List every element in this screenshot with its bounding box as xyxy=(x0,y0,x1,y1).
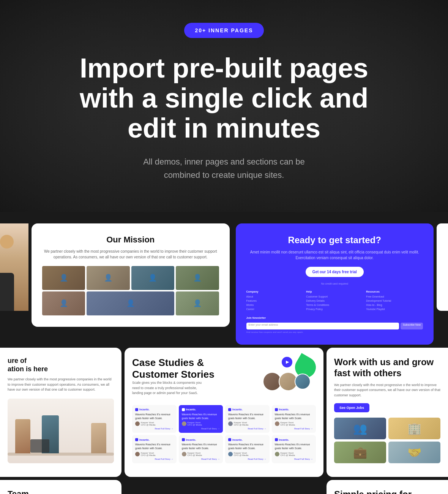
testimonials-grid: Incanto. Waverio Reaches It's revenue go… xyxy=(132,405,316,463)
mission-text: We partner closely with the most progres… xyxy=(42,249,219,260)
brand-name-6: Incanto. xyxy=(186,439,196,441)
work-photos-grid: 👥 🏢 💼 🤝 xyxy=(334,418,440,463)
testimonial-1: Incanto. Waverio Reaches It's revenue go… xyxy=(132,405,177,433)
work-photo-1-icon: 👥 xyxy=(334,418,386,439)
photo-6 xyxy=(87,291,174,315)
card-peek-right xyxy=(437,223,448,311)
era-title: ure ofation is here xyxy=(8,357,114,373)
brand-6: Incanto. xyxy=(182,438,220,441)
read-full-2[interactable]: Read Full Story → xyxy=(182,428,220,430)
photo-5 xyxy=(42,291,85,315)
case-studies-decoration: ▶ xyxy=(263,357,316,391)
author-avatar-7 xyxy=(228,452,233,456)
footer-help: Help Customer Support Delivery Details T… xyxy=(306,290,363,310)
footer-youtube: Youtube Playlist xyxy=(366,308,423,310)
mission-title: Our Mission xyxy=(42,235,219,245)
testimonial-text-2: Waverio Reaches It's revenue goals faste… xyxy=(182,413,220,420)
cards-row-3: Team Our team will take the time to trul… xyxy=(0,477,448,494)
brand-name-7: Incanto. xyxy=(232,439,243,441)
read-full-4[interactable]: Read Full Story → xyxy=(275,428,313,430)
testimonial-6: Incanto. Waverio Reaches It's revenue go… xyxy=(179,435,223,463)
brand-5: Incanto. xyxy=(135,438,174,441)
work-photo-1: 👥 xyxy=(334,418,386,439)
photo-4 xyxy=(176,266,219,290)
footer-customer-support: Customer Support xyxy=(306,295,363,298)
footer-company: Company About Features Works Career xyxy=(246,290,303,310)
read-full-5[interactable]: Read Full Story → xyxy=(135,458,174,460)
author-avatar-3 xyxy=(228,421,233,426)
brand-2: Incanto. xyxy=(182,408,220,411)
work-title: Work with us and grow fast with others xyxy=(334,357,440,379)
era-image xyxy=(8,399,114,463)
author-info-8: Kasper VoortCFO @ Media xyxy=(281,452,295,456)
author-7: Kasper VoortCFO @ Media xyxy=(228,452,267,456)
work-photo-2: 🏢 xyxy=(388,418,440,439)
ready-text: Amet minim mollit non deserunt ullamco e… xyxy=(246,249,423,261)
author-info-4: Kasper VoortCFO @ Media xyxy=(281,421,295,426)
testimonial-5: Incanto. Waverio Reaches It's revenue go… xyxy=(132,435,177,463)
footer-about: About xyxy=(246,295,303,298)
brand-dot-8 xyxy=(275,438,278,441)
brand-dot-5 xyxy=(135,438,138,441)
read-full-8[interactable]: Read Full Story → xyxy=(275,458,313,460)
mission-card: Our Mission We partner closely with the … xyxy=(32,223,230,327)
footer-works: Works xyxy=(246,304,303,306)
author-6: Kasper VoortCFO @ Media xyxy=(182,452,220,456)
brand-dot-6 xyxy=(182,438,185,441)
pricing-card: Simple pricing for companies at any scal… xyxy=(327,480,448,494)
case-studies-card: Case Studies & Customer Stories Scale gi… xyxy=(125,348,323,477)
no-credit-text: No credit card required xyxy=(246,282,423,285)
work-photo-2-icon: 🏢 xyxy=(388,418,440,439)
brand-name-8: Incanto. xyxy=(279,439,289,441)
testimonial-2: Incanto. Waverio Reaches It's revenue go… xyxy=(179,405,223,433)
footer-links: Company About Features Works Career Help… xyxy=(246,290,423,310)
read-full-3[interactable]: Read Full Story → xyxy=(228,428,267,430)
brand-3: Incanto. xyxy=(228,408,267,411)
author-info-5: Kasper VoortCFO @ Media xyxy=(141,452,155,456)
author-8: Kasper VoortCFO @ Media xyxy=(275,452,313,456)
laptop-decoration xyxy=(30,439,49,453)
photo-7 xyxy=(176,291,219,315)
team-title: Team xyxy=(8,489,114,494)
work-photo-3: 💼 xyxy=(334,442,386,463)
author-avatar-2 xyxy=(182,421,186,426)
inner-pages-badge: 20+ INNER PAGES xyxy=(184,23,263,38)
testimonial-text-7: Waverio Reaches It's revenue goals faste… xyxy=(228,443,267,450)
newsletter-email-field[interactable]: Enter your email address xyxy=(246,323,399,329)
author-2: Kasper VoortCFO @ Media xyxy=(182,421,220,426)
brand-8: Incanto. xyxy=(275,438,313,441)
person-peek-left xyxy=(0,223,28,311)
footer-features: Features xyxy=(246,299,303,302)
play-icon: ▶ xyxy=(286,359,289,364)
case-studies-header: Case Studies & Customer Stories Scale gi… xyxy=(132,357,316,401)
testimonial-4: Incanto. Waverio Reaches It's revenue go… xyxy=(272,405,316,433)
author-info-2: Kasper VoortCFO @ Media xyxy=(188,421,202,426)
footer-resources-header: Resources xyxy=(366,290,423,293)
read-full-1[interactable]: Read Full Story → xyxy=(135,428,174,430)
avatar-3 xyxy=(295,374,311,390)
hero-section: 20+ INNER PAGES Import pre-built pages w… xyxy=(0,0,448,212)
cards-row-1: Our Mission We partner closely with the … xyxy=(0,223,448,345)
author-avatar-8 xyxy=(275,452,279,456)
photo-3 xyxy=(131,266,174,290)
author-avatar-6 xyxy=(182,452,186,456)
author-avatar-4 xyxy=(275,421,279,426)
free-trial-button[interactable]: Get our 14 days free trial xyxy=(306,267,364,277)
author-info-3: Kasper VoortCFO @ Media xyxy=(234,421,248,426)
brand-4: Incanto. xyxy=(275,408,313,411)
author-1: Kasper VoortCFO @ Media xyxy=(135,421,174,426)
see-jobs-button[interactable]: See Open Jobs xyxy=(334,403,369,412)
work-photo-4: 🤝 xyxy=(388,442,440,463)
newsletter-form: Enter your email address Subscribe Now xyxy=(246,323,423,329)
footer-company-header: Company xyxy=(246,290,303,293)
brand-dot-2 xyxy=(182,408,185,411)
read-full-7[interactable]: Read Full Story → xyxy=(228,458,267,460)
read-full-6[interactable]: Read Full Story → xyxy=(182,458,220,460)
newsletter-section: Join Newsletter Enter your email address… xyxy=(246,314,423,333)
work-photo-3-icon: 💼 xyxy=(334,442,386,463)
newsletter-subscribe-button[interactable]: Subscribe Now xyxy=(401,323,423,329)
meeting-scene xyxy=(8,399,114,463)
author-4: Kasper VoortCFO @ Media xyxy=(275,421,313,426)
author-avatar-5 xyxy=(135,452,140,456)
work-card: Work with us and grow fast with others W… xyxy=(327,348,448,477)
